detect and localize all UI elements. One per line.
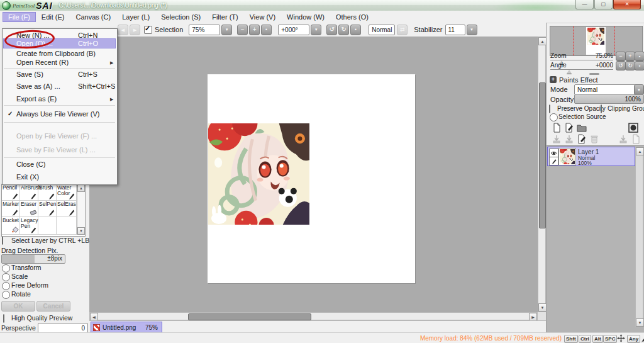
menu-others[interactable]: Others (O) [330, 12, 374, 22]
scroll-down-button[interactable]: ▼ [636, 318, 644, 327]
rotate-cw-button[interactable]: ↻ [338, 25, 349, 35]
hq-preview-checkbox[interactable] [3, 314, 4, 323]
vscroll-thumb[interactable] [539, 82, 546, 228]
merge-down-icon[interactable] [564, 134, 574, 144]
layer-paint-indicator[interactable] [549, 157, 558, 166]
menu-file[interactable]: File (F) [3, 12, 36, 22]
menu-window[interactable]: Window (W) [281, 12, 330, 22]
menu-item-save-as[interactable]: Save as (A) ... [16, 82, 60, 90]
tool-watercolor[interactable]: Water Color [57, 184, 77, 201]
nav-rotate-cw-button[interactable]: ↻ [625, 61, 635, 70]
rotate-ccw-button[interactable]: ↺ [326, 25, 337, 35]
new-layer-icon[interactable] [552, 123, 562, 133]
canvas-document[interactable] [208, 74, 415, 283]
paste-layer-icon[interactable] [631, 134, 641, 144]
selection-checkbox[interactable]: ✓ [144, 26, 152, 34]
canvas-hscrollbar[interactable]: ◀ ▶ [89, 312, 538, 320]
nav-zoom-out-button[interactable]: − [616, 52, 626, 61]
free-deform-radio[interactable] [2, 282, 10, 290]
opacity-slider[interactable]: 100% [574, 94, 644, 104]
layer-mask-icon[interactable] [628, 123, 638, 133]
angle-slider-track[interactable] [550, 69, 613, 70]
paints-effect-expand-icon[interactable]: + [550, 76, 557, 83]
select-layer-checkbox[interactable] [2, 236, 3, 245]
layer-row-selected[interactable]: Layer 1 Normal 100% [547, 147, 635, 166]
stabilizer-dropdown-button[interactable]: ▼ [467, 25, 477, 35]
clear-layer-icon[interactable] [577, 134, 587, 144]
nav-zoom-in-button[interactable]: + [625, 52, 635, 61]
menu-item-create-from-clipboard[interactable]: Create from Clipboard (B) [16, 50, 96, 57]
hscroll-thumb[interactable] [188, 313, 311, 320]
ok-button[interactable]: OK [1, 301, 35, 312]
zoom-reset-button[interactable]: ▪ [261, 25, 272, 35]
drag-detection-slider[interactable]: ±8pix [1, 254, 65, 264]
layer-mode-select[interactable]: Normal [574, 84, 637, 95]
selection-source-radio[interactable] [550, 113, 558, 121]
title-bar[interactable]: PaintTool SAI C:\Users\...\Downloads\Unt… [0, 0, 644, 11]
tool-eraser[interactable]: Eraser [20, 201, 38, 217]
copy-layer-icon[interactable] [618, 134, 628, 144]
layer-mode-dropdown-button[interactable]: ▼ [634, 84, 644, 95]
canvas-vscrollbar[interactable]: ▲ ▼ [538, 37, 546, 312]
nav-zoom-reset-button[interactable]: ▪ [635, 52, 644, 61]
cancel-button[interactable]: Cancel [36, 301, 70, 312]
tool-seleras[interactable]: SelEras [57, 201, 77, 217]
tool-marker[interactable]: Marker [2, 201, 20, 217]
transform-radio[interactable] [2, 264, 10, 273]
menu-item-save[interactable]: Save (S) [16, 70, 43, 78]
close-button[interactable]: ✕ [613, 0, 641, 9]
transfer-down-icon[interactable] [552, 134, 562, 144]
menu-item-close[interactable]: Close (C) [16, 160, 45, 168]
menu-view[interactable]: View (V) [244, 12, 281, 22]
tool-selpen[interactable]: SelPen [38, 201, 57, 217]
rotate-radio[interactable] [2, 291, 10, 299]
nav-rotate-ccw-button[interactable]: ↺ [616, 61, 626, 70]
maximize-button[interactable]: ▢ [594, 0, 613, 9]
angle-combo[interactable]: +000° [278, 25, 309, 35]
menu-item-exit[interactable]: Exit (X) [16, 173, 39, 181]
panel-resize-handle[interactable] [589, 73, 599, 75]
layer-visibility-toggle[interactable] [549, 149, 558, 157]
menu-layer[interactable]: Layer (L) [116, 12, 155, 22]
preserve-opacity-checkbox[interactable] [549, 104, 550, 113]
canvas-area[interactable]: ▲ ▼ ◀ ▶ [89, 37, 546, 320]
flip-canvas-button[interactable]: ⇄ [397, 25, 408, 35]
menu-selection[interactable]: Selection (S) [155, 12, 206, 22]
scroll-down-button[interactable]: ▼ [77, 227, 85, 235]
nav-forward-button[interactable]: ▶ [130, 25, 140, 35]
new-linework-layer-icon[interactable] [564, 123, 574, 133]
menu-item-export-as[interactable]: Export as (E) [16, 95, 57, 103]
tool-grid-scrollbar[interactable]: ▲ ▼ [77, 184, 85, 235]
tool-legacy-pen[interactable]: Legacy Pen [20, 217, 38, 235]
nav-back-button[interactable]: ◀ [118, 25, 128, 35]
angle-dropdown-button[interactable]: ▼ [311, 25, 321, 35]
menu-item-open[interactable]: Open (O) ... [16, 40, 53, 47]
tool-bucket[interactable]: Bucket [2, 217, 20, 235]
tool-pencil[interactable]: Pencil [2, 184, 20, 201]
clipping-group-checkbox[interactable] [601, 104, 602, 113]
menu-edit[interactable]: Edit (E) [36, 12, 70, 22]
scale-radio[interactable] [2, 273, 10, 281]
nav-rotate-reset-button[interactable]: ▪ [635, 61, 644, 70]
menu-item-always-use-file-viewer[interactable]: Always Use File Viewer (V) [16, 110, 99, 118]
zoom-dropdown-button[interactable]: ▼ [221, 25, 232, 35]
zoom-out-button[interactable]: − [237, 25, 248, 35]
tool-brush[interactable]: Brush [38, 184, 57, 201]
menu-filter[interactable]: Filter (T) [206, 12, 244, 22]
blend-mode-box[interactable]: Normal [369, 25, 395, 35]
new-layer-set-icon[interactable] [577, 123, 587, 133]
tool-airbrush[interactable]: AirBrush [20, 184, 38, 201]
menu-item-new[interactable]: New (N) ... [16, 31, 50, 39]
angle-slider-handle[interactable] [567, 70, 572, 74]
menu-item-open-recent[interactable]: Open Recent (R) [16, 59, 69, 66]
minimize-button[interactable]: — [575, 0, 594, 9]
rotate-reset-button[interactable]: ▪ [350, 25, 361, 35]
scroll-up-button[interactable]: ▲ [77, 184, 85, 192]
scroll-up-button[interactable]: ▲ [636, 147, 644, 155]
layer-list-scrollbar[interactable]: ▲ ▼ [635, 147, 643, 327]
zoom-in-button[interactable]: + [249, 25, 260, 35]
delete-layer-icon[interactable] [589, 134, 599, 144]
zoom-combo[interactable]: 75% [189, 25, 220, 35]
menu-canvas[interactable]: Canvas (C) [70, 12, 117, 22]
stabilizer-combo[interactable]: 11 [445, 25, 465, 35]
